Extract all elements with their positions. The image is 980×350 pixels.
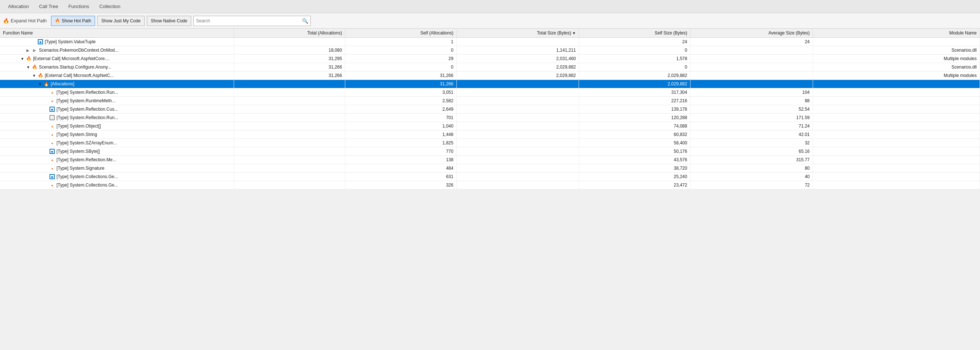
table-row[interactable]: ⬧[Type] System.RuntimeMeth...2,582227,21… [0, 97, 980, 105]
fn-name: Scenarios.Startup.Configure.Anony... [39, 65, 111, 70]
col-header-total-alloc[interactable]: Total (Allocations) [234, 29, 345, 38]
collapse-arrow[interactable]: ▼ [38, 82, 43, 86]
col-header-module[interactable]: Module Name [813, 29, 980, 38]
fn-name: [Type] System.Reflection.Me... [57, 157, 116, 162]
fn-name: [External Call] Microsoft.AspNetC... [45, 73, 114, 78]
table-row[interactable]: ■[Type] System.ValueTuple12424 [0, 38, 980, 46]
fn-name: [Type] System.String [57, 132, 97, 137]
top-tabs: Allocation Call Tree Functions Collectio… [0, 0, 980, 13]
fn-name: [Type] System.ValueTuple [45, 39, 96, 44]
row-icon: ⬧ [49, 157, 56, 163]
collapse-arrow[interactable]: ▼ [26, 65, 31, 69]
row-icon: ■ [38, 39, 44, 45]
table-row[interactable]: ■[Type] System.SByte[]77050,17665.16 [0, 147, 980, 156]
col-header-total-size[interactable]: Total Size (Bytes) [457, 29, 579, 38]
table-row[interactable]: ■[Type] System.Collections.Ge...63125,24… [0, 173, 980, 181]
table-header-row: Function Name Total (Allocations) Self (… [0, 29, 980, 38]
table-row[interactable]: ⬧[Type] System.String1,44860,83242.01 [0, 130, 980, 139]
row-icon: ⬧ [49, 165, 56, 171]
fn-name: [Type] System.Reflection.Cus... [57, 107, 118, 112]
fn-name: [Allocations] [51, 81, 75, 87]
row-icon: ⬧ [49, 182, 56, 188]
row-icon: ■ [49, 149, 56, 154]
table-container: Function Name Total (Allocations) Self (… [0, 29, 980, 350]
col-header-avg-size[interactable]: Average Size (Bytes) [690, 29, 813, 38]
row-icon: ⬧ [49, 131, 56, 138]
row-icon: ■ [49, 174, 56, 180]
show-hot-path-button[interactable]: 🔥 Show Hot Path [51, 16, 95, 26]
col-header-self-alloc[interactable]: Self (Allocations) [345, 29, 457, 38]
tab-collection[interactable]: Collection [94, 0, 126, 13]
fn-name: [Type] System.SByte[] [57, 149, 100, 154]
flame-icon: 🔥 [3, 18, 9, 24]
fn-name: [Type] System.RuntimeMeth... [57, 98, 116, 103]
show-native-code-button[interactable]: Show Native Code [147, 16, 191, 26]
row-icon: ⬧ [49, 89, 56, 95]
table-row[interactable]: ▼🔥[External Call] Microsoft.AspNetC...31… [0, 71, 980, 80]
expand-hot-path-label: 🔥 Expand Hot Path [3, 18, 46, 24]
collapse-arrow[interactable]: ▼ [21, 57, 25, 61]
col-header-fn[interactable]: Function Name [0, 29, 234, 38]
col-header-self-size[interactable]: Self Size (Bytes) [579, 29, 690, 38]
fn-name: [Type] System.Signature [57, 166, 105, 171]
fn-name: [Type] System.Collections.Ge... [57, 182, 118, 188]
row-icon: 🔥 [44, 81, 49, 87]
fn-name: [Type] System.Reflection.Run... [57, 115, 118, 120]
toolbar: 🔥 Expand Hot Path 🔥 Show Hot Path Show J… [0, 13, 980, 29]
expand-arrow[interactable]: ▶ [26, 48, 31, 52]
row-icon: 🔥 [32, 64, 38, 70]
tab-allocation[interactable]: Allocation [3, 0, 34, 13]
table-row[interactable]: ⬧[Type] System.SZArrayEnum...1,82558,400… [0, 139, 980, 147]
row-icon: 🔥 [38, 73, 44, 78]
data-table: Function Name Total (Allocations) Self (… [0, 29, 980, 190]
table-row[interactable]: ⬧[Type] System.Signature48438,72080 [0, 164, 980, 173]
row-icon: ■ [49, 106, 56, 112]
table-row[interactable]: ⬧[Type] System.Reflection.Run...3,051317… [0, 88, 980, 97]
table-row[interactable]: ■[Type] System.Reflection.Cus...2,649139… [0, 105, 980, 114]
row-icon: ▪ [49, 115, 56, 120]
search-input[interactable] [196, 18, 302, 24]
fn-name: [Type] System.Reflection.Run... [57, 90, 118, 95]
table-row[interactable]: ⬧[Type] System.Reflection.Me...13843,576… [0, 156, 980, 164]
fn-name: [Type] System.Object[] [57, 124, 101, 129]
tab-functions[interactable]: Functions [63, 0, 94, 13]
expand-hot-path-text: Expand Hot Path [11, 18, 46, 24]
fn-name: [Type] System.SZArrayEnum... [57, 140, 117, 146]
table-row[interactable]: ▪[Type] System.Reflection.Run...701120,2… [0, 114, 980, 122]
row-icon: 🔥 [26, 56, 32, 62]
search-icon: 🔍 [302, 18, 308, 24]
table-row[interactable]: ▶▶Scenarios.PokemonDbContext.OnMod...18,… [0, 46, 980, 55]
tab-call-tree[interactable]: Call Tree [34, 0, 63, 13]
search-box[interactable]: 🔍 [193, 16, 311, 26]
table-row[interactable]: ▼🔥[External Call] Microsoft.AspNetCore..… [0, 55, 980, 63]
row-icon: ⬧ [49, 140, 56, 146]
row-icon: ⬧ [49, 98, 56, 104]
table-row[interactable]: ⬧[Type] System.Collections.Ge...32623,47… [0, 181, 980, 190]
row-icon: ▶ [32, 47, 38, 53]
collapse-arrow[interactable]: ▼ [32, 74, 37, 78]
fn-name: Scenarios.PokemonDbContext.OnMod... [39, 48, 119, 53]
fn-name: [Type] System.Collections.Ge... [57, 174, 118, 179]
fn-name: [External Call] Microsoft.AspNetCore.... [33, 56, 110, 61]
table-body: ■[Type] System.ValueTuple12424▶▶Scenario… [0, 38, 980, 190]
row-icon: ⬧ [49, 123, 56, 129]
show-just-my-code-button[interactable]: Show Just My Code [97, 16, 145, 26]
table-row[interactable]: ▼🔥Scenarios.Startup.Configure.Anony...31… [0, 63, 980, 71]
table-row[interactable]: ⬧[Type] System.Object[]1,04074,08871.24 [0, 122, 980, 130]
hot-path-icon: 🔥 [55, 18, 60, 23]
table-row[interactable]: ▼🔥[Allocations]31,2662,029,882 [0, 80, 980, 88]
